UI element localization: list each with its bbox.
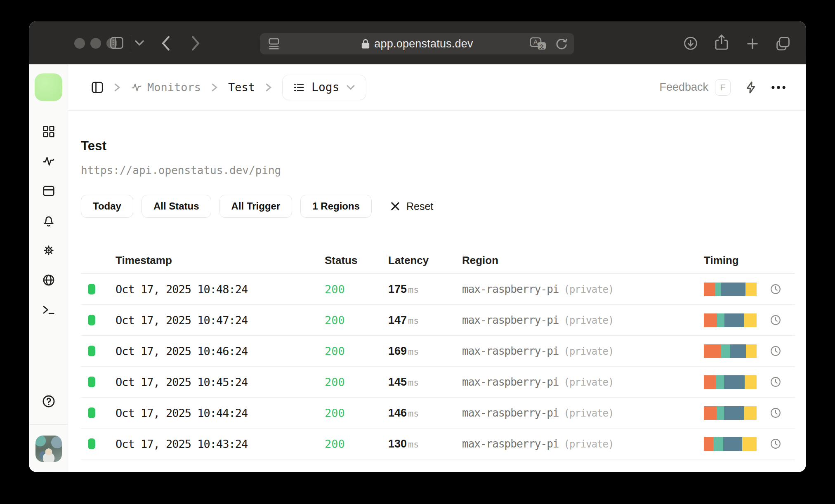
chevron-right-icon (211, 83, 218, 92)
app-sidebar (29, 64, 68, 472)
back-icon[interactable] (160, 35, 171, 51)
filter-regions-button[interactable]: 1 Regions (300, 195, 372, 218)
more-menu-button[interactable] (771, 85, 786, 90)
share-icon[interactable] (715, 34, 729, 51)
timing-segment (742, 437, 757, 451)
table-row[interactable]: Oct 17, 2025 10:44:24 200 146ms max-rasp… (81, 398, 795, 429)
row-region: max-raspberry-pi(private) (462, 345, 704, 357)
minimize-window-button[interactable] (90, 38, 101, 49)
timing-segment (704, 406, 717, 420)
timing-segment (744, 406, 757, 420)
row-timestamp: Oct 17, 2025 10:44:24 (116, 407, 325, 419)
table-row[interactable]: Oct 17, 2025 10:45:24 200 145ms max-rasp… (81, 367, 795, 398)
col-region: Region (462, 254, 704, 267)
row-status: 200 (325, 438, 388, 450)
timing-bar (704, 283, 757, 296)
sidebar-item-notifications[interactable] (29, 206, 68, 236)
browser-window: app.openstatus.dev A 文 (29, 21, 806, 472)
row-timing (704, 344, 770, 358)
forward-icon[interactable] (190, 35, 201, 51)
panel-toggle-icon[interactable] (91, 81, 104, 94)
filter-trigger-button[interactable]: All Trigger (219, 195, 292, 218)
translate-icon[interactable]: A 文 (530, 37, 547, 50)
activity-icon (131, 82, 142, 93)
x-icon (390, 201, 401, 212)
grid-icon (42, 125, 55, 138)
sidebar-item-settings[interactable] (29, 236, 68, 265)
timing-segment (704, 437, 713, 451)
breadcrumb-monitors[interactable]: Monitors (131, 81, 201, 94)
quick-actions-button[interactable] (745, 81, 757, 94)
table-row[interactable]: Oct 17, 2025 10:47:24 200 147ms max-rasp… (81, 305, 795, 336)
gear-icon (42, 244, 55, 257)
status-indicator (88, 284, 95, 294)
timing-segment (715, 283, 721, 296)
timing-bar (704, 344, 757, 358)
sidebar-divider (29, 424, 68, 425)
ellipsis-icon (771, 85, 786, 90)
table-row[interactable]: Oct 17, 2025 10:48:24 200 175ms max-rasp… (81, 274, 795, 305)
clock-icon (770, 314, 795, 326)
feedback-label: Feedback (659, 81, 708, 94)
filter-status-button[interactable]: All Status (142, 195, 211, 218)
timing-segment (704, 375, 716, 389)
chevron-down-icon[interactable] (134, 40, 144, 46)
sidebar-item-status-pages[interactable] (29, 176, 68, 206)
timing-segment (717, 406, 724, 420)
sidebar-item-cli[interactable] (29, 295, 68, 325)
row-status: 200 (325, 345, 388, 358)
filter-date-button[interactable]: Today (81, 195, 133, 218)
breadcrumb-monitors-label: Monitors (147, 81, 201, 94)
logs-table: Timestamp Status Latency Region Timing O… (81, 247, 795, 459)
row-region: max-raspberry-pi(private) (462, 314, 704, 326)
row-latency: 146ms (388, 407, 462, 419)
timing-segment (713, 437, 723, 451)
row-timestamp: Oct 17, 2025 10:43:24 (116, 438, 325, 450)
reset-filters-button[interactable]: Reset (390, 200, 433, 212)
clock-icon (770, 407, 795, 419)
user-avatar[interactable] (35, 436, 62, 462)
new-tab-icon[interactable] (746, 37, 759, 50)
activity-icon (42, 155, 55, 168)
help-button[interactable] (29, 390, 68, 413)
timing-segment (745, 375, 757, 389)
timing-bar (704, 375, 757, 389)
tab-overview-icon[interactable] (775, 35, 791, 51)
feedback-button[interactable]: Feedback F (659, 79, 731, 96)
row-timestamp: Oct 17, 2025 10:47:24 (116, 314, 325, 327)
timing-segment (730, 344, 746, 358)
sidebar-item-regions[interactable] (29, 265, 68, 295)
table-row[interactable]: Oct 17, 2025 10:46:24 200 169ms max-rasp… (81, 336, 795, 367)
chevron-down-icon (346, 84, 355, 91)
toolbar-divider (131, 35, 131, 51)
col-status: Status (325, 254, 388, 267)
sidebar-item-dashboard[interactable] (29, 117, 68, 146)
row-status: 200 (325, 407, 388, 419)
table-row[interactable]: Oct 17, 2025 10:43:24 200 130ms max-rasp… (81, 429, 795, 459)
close-window-button[interactable] (74, 38, 85, 49)
downloads-icon[interactable] (684, 36, 698, 50)
timing-segment (704, 344, 721, 358)
app-header: Monitors Test Logs (68, 64, 806, 111)
page-title: Test (81, 139, 795, 153)
workspace-logo[interactable] (35, 73, 62, 101)
lightning-icon (745, 81, 757, 94)
view-selector-button[interactable]: Logs (282, 75, 366, 100)
address-bar[interactable]: app.openstatus.dev A 文 (260, 33, 574, 54)
chevron-right-icon (265, 83, 272, 92)
list-icon (293, 82, 305, 93)
svg-text:A: A (533, 38, 538, 46)
col-timestamp: Timestamp (116, 254, 325, 267)
row-latency: 175ms (388, 283, 462, 296)
sidebar-item-monitors[interactable] (29, 146, 68, 176)
row-timing (704, 437, 770, 451)
sidebar-toggle-icon[interactable] (109, 36, 124, 49)
reload-icon[interactable] (555, 37, 568, 50)
row-timestamp: Oct 17, 2025 10:48:24 (116, 283, 325, 296)
lock-icon (361, 38, 370, 49)
row-timing (704, 313, 770, 327)
timing-bar (704, 406, 757, 420)
breadcrumb-monitor-name[interactable]: Test (228, 81, 255, 94)
row-region: max-raspberry-pi(private) (462, 376, 704, 388)
row-timing (704, 283, 770, 296)
